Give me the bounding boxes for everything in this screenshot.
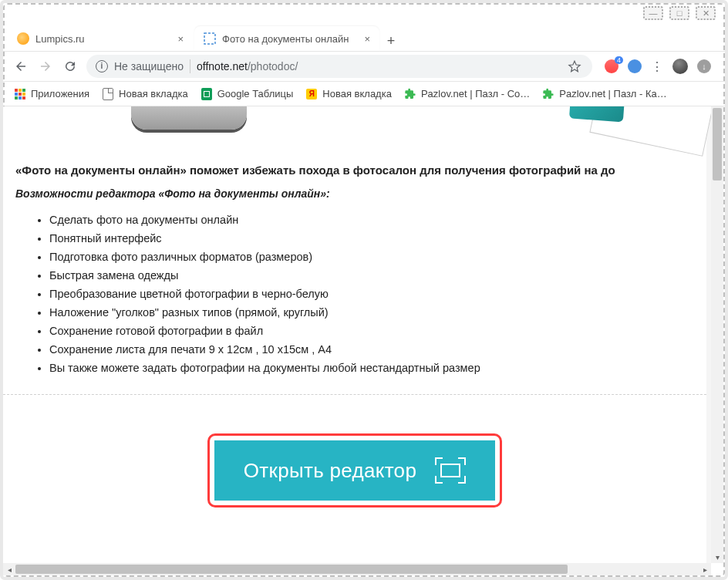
list-item: Сохранение готовой фотографии в файл [49, 325, 694, 337]
features-list: Сделать фото на документы онлайн Понятны… [49, 214, 694, 374]
bookmark-item[interactable]: Pazlov.net | Пазл - Ка… [542, 88, 667, 100]
page-subheading: Возможности редактора «Фото на документы… [15, 187, 694, 200]
sheets-icon [201, 88, 213, 100]
svg-rect-0 [204, 33, 215, 44]
horizontal-scrollbar[interactable]: ◂ ▸ [3, 563, 711, 575]
scanner-illustration-icon [131, 106, 247, 130]
favicon-photodoc-icon [204, 32, 216, 45]
extension-globe-icon[interactable] [628, 59, 642, 73]
bookmark-label: Новая вкладка [322, 88, 392, 99]
browser-toolbar: i Не защищено offnote.net/photodoc/ ⋮ ↓ [3, 51, 725, 82]
window-minimize-button[interactable]: — [643, 6, 663, 20]
crop-frame-icon [435, 457, 466, 484]
tab-close-icon[interactable]: × [177, 33, 184, 45]
scroll-down-icon[interactable]: ▾ [711, 551, 723, 563]
scroll-right-icon[interactable]: ▸ [699, 563, 711, 575]
header-graphic [15, 106, 694, 143]
tab-title: Lumpics.ru [35, 33, 85, 45]
page-content-scroll[interactable]: «Фото на документы онлайн» поможет избеж… [3, 106, 711, 563]
window-close-button[interactable]: ✕ [696, 6, 716, 20]
site-info-icon[interactable]: i [96, 60, 108, 72]
page-heading: «Фото на документы онлайн» поможет избеж… [15, 164, 694, 177]
list-item: Преобразование цветной фотографии в черн… [49, 288, 694, 300]
tab-strip: Lumpics.ru × Фото на документы онлайн × … [3, 25, 725, 51]
favicon-lumpics-icon [17, 32, 29, 45]
bookmarks-apps-button[interactable]: Приложения [14, 88, 89, 100]
open-editor-label: Открыть редактор [244, 459, 416, 483]
list-item: Сохранение листа для печати 9 x 12см , 1… [49, 343, 694, 356]
bookmark-label: Новая вкладка [119, 88, 188, 99]
downloads-icon[interactable]: ↓ [697, 59, 711, 73]
extension-shopping-icon[interactable] [605, 59, 618, 73]
list-item: Подготовка фото различных форматов (разм… [49, 251, 694, 263]
yandex-icon: Я [305, 88, 318, 100]
list-item: Сделать фото на документы онлайн [49, 214, 694, 226]
list-item: Понятный интерфейс [49, 232, 694, 244]
bookmark-item[interactable]: Я Новая вкладка [305, 88, 392, 100]
scrollbar-thumb[interactable] [713, 108, 722, 180]
tab-close-icon[interactable]: × [364, 33, 370, 45]
tab-lumpics[interactable]: Lumpics.ru × [8, 26, 193, 51]
security-label: Не защищено [114, 60, 184, 72]
browser-window: — □ ✕ Lumpics.ru × Фото на документы онл… [0, 0, 728, 580]
list-item: Наложение "уголков" разных типов (прямой… [49, 306, 694, 319]
page-viewport: «Фото на документы онлайн» поможет избеж… [3, 106, 725, 577]
profile-menu[interactable]: ⋮ [651, 59, 663, 74]
url-path: /photodoc/ [248, 60, 298, 72]
bookmark-label: Pazlov.net | Пазл - Со… [421, 88, 530, 99]
bookmark-star-icon[interactable] [566, 58, 583, 75]
apps-grid-icon [14, 88, 26, 100]
open-editor-button[interactable]: Открыть редактор [214, 440, 495, 501]
nav-reload-button[interactable] [62, 58, 79, 75]
tab-title: Фото на документы онлайн [222, 33, 349, 45]
list-item: Быстрая замена одежды [49, 269, 694, 282]
tab-photodoc[interactable]: Фото на документы онлайн × [194, 26, 379, 51]
vertical-scrollbar[interactable]: ▾ [711, 106, 723, 563]
scrollbar-thumb[interactable] [15, 565, 568, 574]
puzzle-icon [404, 88, 416, 100]
bookmark-item[interactable]: Google Таблицы [201, 88, 294, 100]
address-separator [190, 59, 190, 73]
page-content: «Фото на документы онлайн» поможет избеж… [3, 106, 706, 563]
toolbar-extension-area: ⋮ ↓ [600, 59, 716, 74]
section-divider [3, 394, 706, 395]
window-maximize-button[interactable]: □ [669, 6, 689, 20]
page-icon [102, 88, 114, 100]
bookmarks-bar: Приложения Новая вкладка Google Таблицы … [3, 82, 725, 106]
address-bar[interactable]: i Не защищено offnote.net/photodoc/ [86, 55, 592, 78]
nav-forward-button[interactable] [37, 58, 54, 75]
window-titlebar: — □ ✕ [3, 3, 725, 25]
bookmark-item[interactable]: Новая вкладка [102, 88, 188, 100]
bookmark-label: Google Таблицы [217, 88, 294, 99]
bookmark-item[interactable]: Pazlov.net | Пазл - Со… [404, 88, 530, 100]
puzzle-icon [542, 88, 554, 100]
bookmarks-apps-label: Приложения [31, 88, 89, 99]
new-tab-button[interactable]: + [381, 31, 401, 51]
list-item: Вы также можете задать фотографии на док… [49, 362, 694, 374]
bookmark-label: Pazlov.net | Пазл - Ка… [559, 88, 667, 99]
cta-highlight-border: Открыть редактор [207, 433, 502, 508]
nav-back-button[interactable] [12, 58, 29, 75]
cta-container: Открыть редактор [15, 433, 694, 508]
url-domain: offnote.net [197, 60, 248, 72]
user-avatar-icon[interactable] [672, 59, 688, 74]
scroll-left-icon[interactable]: ◂ [3, 563, 15, 575]
photo-print-illustration-icon [589, 106, 711, 157]
